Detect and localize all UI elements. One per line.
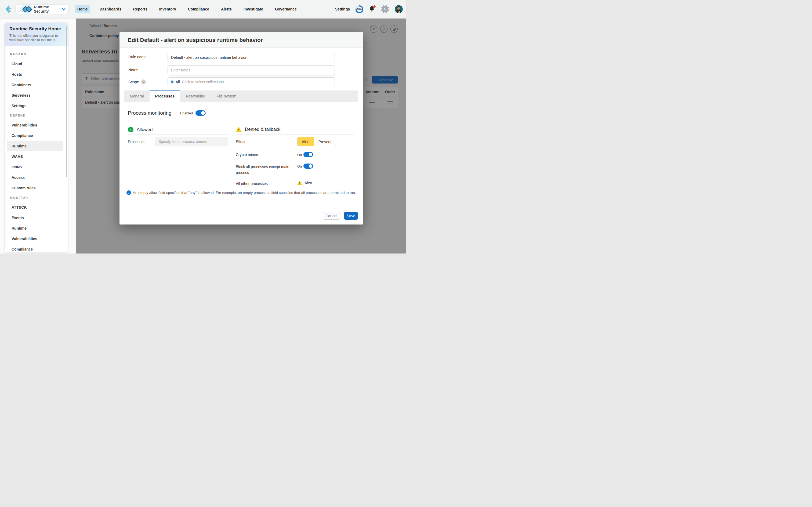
scope-help-icon[interactable]: ? <box>141 79 146 84</box>
tab-networking[interactable]: Networking <box>180 91 211 102</box>
primary-nav: Home Dashboards Reports Inventory Compli… <box>75 0 299 18</box>
warning-triangle-small-icon <box>297 181 302 185</box>
info-note: An empty allow field specifies that "any… <box>133 190 359 196</box>
nav-governance[interactable]: Governance <box>273 5 299 13</box>
nav-reports[interactable]: Reports <box>131 5 150 13</box>
crypto-miners-state: On <box>297 153 304 157</box>
sidebar-item-access[interactable]: Access <box>7 172 63 183</box>
sidebar-item-events[interactable]: Events <box>7 212 63 223</box>
product-switcher[interactable]: Runtime Security <box>15 4 68 14</box>
user-avatar[interactable] <box>395 5 403 13</box>
app-window: Runtime Security Home Dashboards Reports… <box>0 0 406 253</box>
nav-compliance[interactable]: Compliance <box>185 5 212 13</box>
check-circle-icon: ✓ <box>128 127 133 132</box>
rule-name-input[interactable] <box>168 53 335 62</box>
cancel-button[interactable]: Cancel <box>323 212 340 220</box>
svg-text:AI: AI <box>384 8 387 11</box>
settings-link[interactable]: Settings <box>335 7 350 11</box>
allowed-processes-label: Processes <box>128 139 145 144</box>
sidebar-nav-list: RADARS Cloud Hosts Containers Serverless… <box>5 46 68 253</box>
process-monitoring-state-label: Enabled <box>180 111 193 115</box>
textarea-resize-icon[interactable] <box>332 73 334 75</box>
nav-inventory[interactable]: Inventory <box>157 5 179 13</box>
all-other-processes-label: All other processes <box>236 181 268 186</box>
allowed-heading: Allowed <box>137 127 153 132</box>
sidebar-item-cloud[interactable]: Cloud <box>7 59 63 69</box>
nav-investigate[interactable]: Investigate <box>241 5 266 13</box>
nav-home[interactable]: Home <box>75 5 90 13</box>
sidebar: Runtime Security Home This hub offers yo… <box>0 18 76 253</box>
warning-triangle-icon <box>236 127 242 132</box>
effect-label: Effect <box>236 139 245 144</box>
sidebar-card: Runtime Security Home This hub offers yo… <box>4 22 68 253</box>
info-icon: i <box>126 190 131 195</box>
sidebar-section-defend: DEFEND <box>5 111 68 120</box>
fallback-value: Alert <box>297 181 312 185</box>
allowed-processes-input[interactable] <box>155 137 228 146</box>
tab-general[interactable]: General <box>124 91 150 102</box>
collection-color-swatch <box>171 80 173 83</box>
block-all-toggle[interactable] <box>303 164 313 169</box>
effect-segmented-control: Alert Prevent <box>297 137 336 146</box>
scope-label: Scope ? <box>128 79 146 84</box>
sidebar-item-custom-rules[interactable]: Custom rules <box>7 183 63 193</box>
footer-divider <box>119 207 363 207</box>
sidebar-item-cnns[interactable]: CNNS <box>7 162 63 172</box>
product-switcher-label: Runtime Security <box>34 5 62 13</box>
crypto-miners-toggle[interactable] <box>303 152 313 157</box>
sidebar-item-containers[interactable]: Containers <box>7 79 63 90</box>
process-monitoring-heading: Process monitoring <box>128 110 172 116</box>
sidebar-item-settings[interactable]: Settings <box>7 101 63 111</box>
process-monitoring-toggle[interactable] <box>195 110 206 116</box>
progress-ring-value: 78% <box>357 6 362 12</box>
nav-dashboards[interactable]: Dashboards <box>97 5 124 13</box>
notes-label: Notes <box>128 68 138 72</box>
top-bar: Runtime Security Home Dashboards Reports… <box>0 0 406 18</box>
effect-option-prevent[interactable]: Prevent <box>314 137 336 146</box>
edit-rule-modal: Edit Default - alert on suspicious runti… <box>119 32 363 225</box>
sidebar-item-hosts[interactable]: Hosts <box>7 69 63 79</box>
progress-ring[interactable]: 78% <box>355 5 363 13</box>
sidebar-item-vulnerabilities[interactable]: Vulnerabilities <box>7 120 63 130</box>
tab-file-system[interactable]: File system <box>211 91 242 102</box>
sidebar-description: This hub offers you navigation to workfl… <box>9 34 63 42</box>
block-all-label: Block all processes except main process <box>236 164 293 176</box>
block-all-state: On <box>297 164 304 168</box>
effect-option-alert[interactable]: Alert <box>297 137 314 146</box>
sidebar-item-compliance[interactable]: Compliance <box>7 130 63 141</box>
scope-value: All <box>176 80 180 84</box>
crypto-miners-label: Crypto miners <box>236 153 259 157</box>
nav-alerts[interactable]: Alerts <box>219 5 234 13</box>
sidebar-item-vulnerabilities-monitor[interactable]: Vulnerabilities <box>7 233 63 244</box>
notifications-bell-icon[interactable] <box>369 6 375 13</box>
chevron-down-icon <box>62 8 65 10</box>
modal-title: Edit Default - alert on suspicious runti… <box>128 32 263 48</box>
ai-assistant-icon[interactable]: AI <box>381 5 389 13</box>
sidebar-item-runtime[interactable]: Runtime <box>7 141 63 151</box>
scope-selector[interactable]: All Click to select collections <box>168 77 335 86</box>
notification-badge <box>373 5 375 8</box>
allowed-divider <box>128 134 228 135</box>
process-monitoring-row: Process monitoring Enabled <box>128 110 206 116</box>
sidebar-item-compliance-monitor[interactable]: Compliance <box>7 244 63 253</box>
sidebar-item-runtime-monitor[interactable]: Runtime <box>7 223 63 233</box>
save-button[interactable]: Save <box>344 212 358 220</box>
modal-tabs: General Processes Networking File system <box>124 91 358 102</box>
module-diamonds-icon <box>18 7 31 11</box>
scope-placeholder: Click to select collections <box>182 80 224 84</box>
sidebar-title: Runtime Security Home <box>9 26 63 32</box>
sidebar-item-attck[interactable]: ATT&CK <box>7 202 63 212</box>
sidebar-item-waas[interactable]: WAAS <box>7 151 63 162</box>
denied-heading: Denied & fallback <box>245 127 280 132</box>
top-bar-right: Settings 78% <box>335 0 403 18</box>
tab-processes[interactable]: Processes <box>150 91 180 102</box>
modal-header: Edit Default - alert on suspicious runti… <box>119 32 363 48</box>
denied-divider <box>236 134 354 135</box>
sidebar-scrollbar[interactable] <box>66 26 67 177</box>
notes-textarea[interactable] <box>168 65 335 75</box>
prisma-logo-icon <box>5 5 12 13</box>
sidebar-section-radars: RADARS <box>5 50 68 59</box>
sidebar-hero: Runtime Security Home This hub offers yo… <box>5 23 68 46</box>
rule-name-label: Rule name <box>128 55 147 59</box>
sidebar-item-serverless[interactable]: Serverless <box>7 90 63 101</box>
